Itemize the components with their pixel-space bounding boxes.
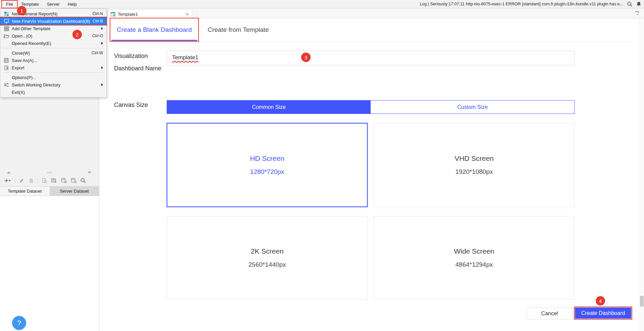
search-dataset-icon[interactable]	[80, 177, 87, 184]
size-card-wide[interactable]: Wide Screen 4864*1294px	[374, 216, 575, 300]
menu-help[interactable]: Help	[64, 1, 81, 8]
size-card-vhd[interactable]: VHD Screen 1920*1080px	[374, 123, 575, 207]
switch-directory-icon	[2, 83, 10, 87]
dataset-settings-icon[interactable]	[51, 177, 57, 184]
menu-server[interactable]: Server	[43, 1, 64, 8]
dashboard-name-input[interactable]: Template1	[167, 51, 575, 65]
toolbar-divider	[38, 178, 38, 184]
dashboard-name-value: Template1	[172, 54, 198, 61]
common-size-button[interactable]: Common Size	[167, 101, 371, 114]
bell-icon[interactable]	[636, 1, 641, 7]
new-general-report-icon	[2, 11, 10, 16]
dashboard-name-label: Visualization Dashboard Name	[114, 50, 164, 75]
tab-create-from-template[interactable]: Create from Template	[208, 18, 269, 41]
log-status-text[interactable]: Log | Seriously:17:07:11 http-nio-8075-e…	[420, 2, 623, 6]
tab-server-dataset[interactable]: Server Dataset	[50, 187, 99, 196]
menu-file[interactable]: File	[2, 1, 17, 8]
size-card-hd[interactable]: HD Screen 1280*720px	[167, 123, 368, 207]
size-card-title: 2K Screen	[251, 247, 283, 255]
tab-template-dataset[interactable]: Template Dataset	[0, 187, 50, 196]
menu-separator	[3, 72, 104, 73]
menu-item-close[interactable]: Close(W) Ctrl-W	[0, 49, 106, 57]
custom-size-button[interactable]: Custom Size	[371, 101, 574, 114]
dock-panel-icon[interactable]	[634, 11, 639, 16]
annotation-box-3: Create a Blank Dashboard	[110, 18, 199, 42]
add-dataset-button[interactable]	[3, 177, 12, 184]
tab-create-blank-dashboard[interactable]: Create a Blank Dashboard	[110, 18, 198, 41]
size-card-resolution: 4864*1294px	[455, 261, 493, 268]
active-tab-underline	[111, 40, 197, 41]
document-tab-label: Template1	[118, 12, 138, 17]
menu-item-switch-working-directory[interactable]: Switch Working Directory	[0, 81, 106, 88]
size-card-2k[interactable]: 2K Screen 2560*1440px	[167, 216, 368, 300]
collapse-up-icon[interactable]	[7, 172, 11, 174]
document-tab-template1[interactable]: Template1	[107, 9, 192, 19]
annotation-step-2: 2	[72, 30, 82, 39]
splitter-grip-icon[interactable]	[47, 172, 52, 173]
annotation-step-3: 3	[301, 53, 311, 62]
menu-bar: File Template Server Help Log | Seriousl…	[0, 0, 644, 8]
annotation-step-1: 1	[17, 6, 26, 15]
document-tab-bar: Template1	[100, 8, 644, 18]
submenu-arrow-icon	[101, 66, 103, 69]
submenu-arrow-icon	[101, 27, 103, 30]
file-menu-popup: New General Report(N) Ctrl-N New FineVis…	[0, 8, 107, 97]
menu-item-new-general-report[interactable]: New General Report(N) Ctrl-N	[0, 10, 106, 17]
annotation-step-4: 4	[596, 296, 605, 306]
size-card-resolution: 1920*1080px	[455, 168, 493, 176]
help-button[interactable]: ?	[12, 316, 26, 330]
delete-dataset-icon[interactable]	[28, 177, 35, 184]
sidebar-splitter[interactable]	[0, 170, 99, 175]
submenu-arrow-icon	[101, 42, 103, 45]
template-icon	[111, 12, 115, 16]
menu-separator	[3, 48, 104, 48]
menu-item-options[interactable]: Options(P)...	[0, 74, 106, 81]
dataset-tabs: Template Dataset Server Dataset	[0, 186, 99, 196]
database-connection-icon[interactable]	[60, 177, 67, 184]
toolbar-divider	[15, 178, 15, 184]
canvas-size-segmented-control: Common Size Custom Size	[167, 100, 575, 114]
canvas-size-label: Canvas Size	[114, 102, 148, 109]
menu-item-save-as[interactable]: Save As(A)...	[0, 57, 106, 64]
create-dashboard-button[interactable]: Create Dashboard	[575, 308, 631, 319]
scrollbar-track	[639, 18, 644, 331]
collapse-down-icon[interactable]	[88, 172, 92, 174]
size-card-title: Wide Screen	[454, 247, 494, 255]
preview-dataset-icon[interactable]	[41, 177, 48, 184]
database-disconnect-icon[interactable]	[70, 177, 77, 184]
menu-item-open[interactable]: Open...(O) Ctrl-O	[0, 32, 106, 40]
main-area: Template1 Create a Blank Dashboard Creat…	[100, 8, 644, 331]
dataset-toolbar	[0, 175, 99, 186]
menu-item-add-other-template[interactable]: Add Other Template	[0, 25, 106, 32]
open-icon	[2, 34, 10, 38]
add-other-template-icon	[2, 26, 10, 31]
save-as-icon	[2, 58, 10, 63]
edit-dataset-icon[interactable]	[18, 177, 25, 184]
size-card-title: VHD Screen	[454, 154, 494, 162]
export-icon	[2, 65, 10, 70]
menu-item-export[interactable]: Export	[0, 64, 106, 71]
menu-item-opened-recently[interactable]: Opened Recently(E)	[0, 40, 106, 47]
search-icon[interactable]	[627, 1, 633, 7]
size-card-resolution: 1280*720px	[250, 168, 284, 176]
scrollbar-thumb[interactable]	[640, 296, 644, 307]
submenu-arrow-icon	[101, 83, 103, 86]
close-icon[interactable]	[186, 13, 189, 16]
menu-item-exit[interactable]: Exit(X)	[0, 88, 106, 96]
new-finevis-dashboard-icon	[2, 19, 10, 23]
menu-item-new-finevis-dashboard[interactable]: New FineVis Visualization Dashboard(B) C…	[0, 17, 106, 25]
cancel-button[interactable]: Cancel	[527, 308, 573, 319]
size-card-resolution: 2560*1440px	[249, 261, 286, 268]
new-dashboard-dialog: Create a Blank Dashboard Create from Tem…	[100, 18, 644, 331]
dataset-list-panel: ?	[0, 196, 99, 331]
size-card-title: HD Screen	[250, 154, 284, 162]
annotation-box-4: Create Dashboard	[574, 307, 632, 320]
